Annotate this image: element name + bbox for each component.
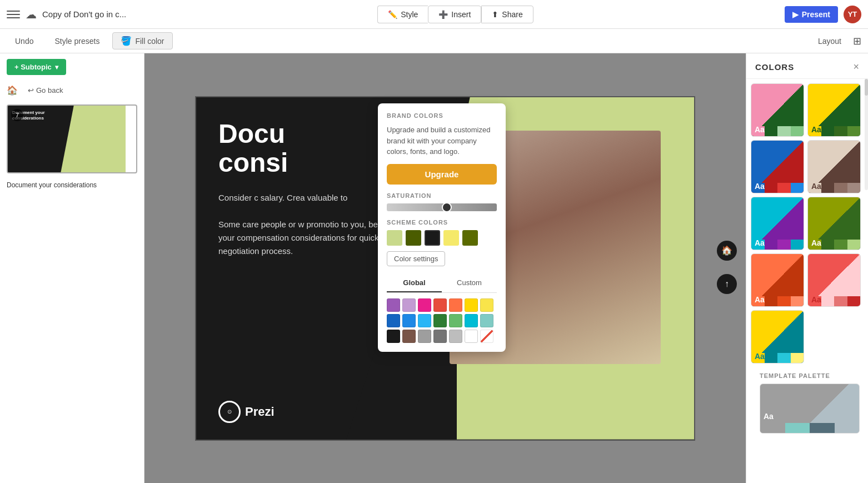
scheme-swatch-1[interactable] — [387, 230, 402, 246]
color-grid — [387, 298, 497, 343]
upgrade-button[interactable]: Upgrade — [387, 164, 497, 185]
color-swatch-transparent[interactable] — [480, 330, 493, 343]
right-sidebar: COLORS × — [746, 53, 868, 483]
present-button[interactable]: ▶ Present — [785, 6, 838, 23]
color-swatch[interactable] — [465, 298, 478, 312]
top-bar: ☁ Copy of Don't go in c... ✏️ Style ➕ In… — [0, 0, 868, 29]
colors-panel-title: COLORS — [755, 62, 794, 72]
scrollbar-track — [865, 79, 868, 190]
palette-aa-9: Aa — [755, 352, 765, 361]
scheme-swatch-3[interactable] — [425, 230, 440, 246]
color-swatch[interactable] — [433, 314, 447, 327]
color-swatch[interactable] — [402, 314, 416, 327]
canvas-area[interactable]: Docuconsi Consider c salary. Crea valuab… — [144, 53, 746, 483]
palette-card-9[interactable]: Aa — [751, 310, 804, 364]
tab-global[interactable]: Global — [387, 274, 442, 292]
palette-row-3: Aa Aa — [751, 197, 864, 250]
saturation-label: SATURATION — [387, 192, 497, 199]
color-palettes: Aa Aa — [746, 79, 868, 483]
palette-row-2: Aa Aa — [751, 140, 864, 193]
palette-card-2[interactable]: Aa — [807, 83, 861, 137]
close-colors-button[interactable]: × — [853, 61, 859, 73]
color-swatch[interactable] — [402, 298, 416, 312]
cloud-icon: ☁ — [26, 8, 37, 21]
color-swatch[interactable] — [402, 330, 416, 343]
home-button[interactable]: 🏠 — [7, 83, 18, 98]
color-swatch[interactable] — [418, 314, 431, 327]
color-swatch[interactable] — [387, 314, 400, 327]
fill-color-icon: 🪣 — [121, 36, 132, 46]
slide-thumbnail[interactable]: Document yourconsiderations 7 — [7, 104, 137, 173]
brand-upgrade-text: Upgrade and build a customized brand kit… — [387, 125, 497, 157]
palette-card-3[interactable]: Aa — [751, 140, 804, 193]
palette-card-7[interactable]: Aa — [751, 253, 804, 307]
style-presets-button[interactable]: Style presets — [46, 33, 108, 49]
palette-row-4: Aa Aa — [751, 253, 864, 307]
sidebar-nav: 🏠 ↩ Go back — [0, 81, 144, 100]
fill-color-button[interactable]: 🪣 Fill color — [112, 32, 172, 49]
palette-card-8[interactable]: Aa — [807, 253, 861, 307]
prezi-logo-circle: ⊙ — [218, 401, 241, 423]
left-sidebar: + Subtopic ▾ 🏠 ↩ Go back Document yourco… — [0, 53, 144, 483]
tab-custom[interactable]: Custom — [442, 274, 497, 292]
color-swatch[interactable] — [449, 298, 462, 312]
sidebar-top: + Subtopic ▾ — [0, 53, 144, 81]
go-back-button[interactable]: ↩ Go back — [22, 83, 68, 98]
color-row-3 — [387, 330, 497, 343]
template-palette-card[interactable]: Aa — [760, 384, 860, 434]
undo-button[interactable]: Undo — [7, 33, 42, 49]
color-swatch[interactable] — [480, 314, 493, 327]
top-bar-right: ▶ Present YT — [785, 6, 861, 23]
color-settings-button[interactable]: Color settings — [387, 251, 445, 266]
color-row-2 — [387, 314, 497, 327]
slide-thumb-image: Document yourconsiderations — [8, 106, 126, 172]
palette-card-1[interactable]: Aa — [751, 83, 804, 137]
canvas-nav-button[interactable]: ↑ — [717, 274, 737, 294]
color-swatch[interactable] — [449, 330, 462, 343]
palette-card-4[interactable]: Aa — [807, 140, 861, 193]
template-palette-title: TEMPLATE PALETTE — [760, 372, 855, 379]
layout-icon: ⊞ — [853, 35, 861, 47]
subtopic-button[interactable]: + Subtopic ▾ — [7, 59, 66, 75]
palette-aa-8: Aa — [811, 295, 821, 304]
palette-aa-6: Aa — [811, 238, 821, 247]
palette-aa-4: Aa — [811, 182, 821, 191]
avatar[interactable]: YT — [844, 6, 861, 23]
color-swatch[interactable] — [465, 314, 478, 327]
scrollbar-thumb[interactable] — [865, 79, 868, 96]
palette-card-5[interactable]: Aa — [751, 197, 804, 250]
palette-aa-2: Aa — [811, 125, 821, 134]
scheme-swatch-4[interactable] — [443, 230, 459, 246]
palette-card-6[interactable]: Aa — [807, 197, 861, 250]
color-swatch[interactable] — [387, 330, 400, 343]
scheme-swatch-5[interactable] — [462, 230, 478, 246]
color-popup: BRAND COLORS Upgrade and build a customi… — [378, 103, 506, 352]
color-swatch[interactable] — [433, 330, 447, 343]
insert-button[interactable]: ➕ Insert — [428, 6, 481, 23]
slide-label: Document your considerations — [0, 178, 144, 192]
color-swatch[interactable] — [465, 330, 478, 343]
document-title: Copy of Don't go in c... — [42, 9, 126, 19]
color-swatch[interactable] — [449, 314, 462, 327]
hamburger-menu[interactable] — [7, 8, 20, 21]
insert-icon: ➕ — [438, 10, 448, 19]
style-button[interactable]: ✏️ Style — [377, 6, 428, 23]
share-icon: ⬆ — [492, 10, 498, 19]
scheme-swatch-2[interactable] — [406, 230, 421, 246]
share-button[interactable]: ⬆ Share — [481, 6, 533, 23]
top-bar-left: ☁ Copy of Don't go in c... — [7, 8, 126, 21]
palette-aa-7: Aa — [755, 295, 765, 304]
layout-button[interactable]: Layout — [811, 33, 849, 49]
saturation-slider[interactable] — [387, 203, 497, 211]
canvas-home-button[interactable]: 🏠 — [717, 241, 737, 261]
color-swatch[interactable] — [480, 298, 493, 312]
color-swatch[interactable] — [418, 298, 431, 312]
color-swatch[interactable] — [387, 298, 400, 312]
palette-row-1: Aa Aa — [751, 83, 864, 137]
prezi-logo-text: Prezi — [245, 405, 275, 419]
color-swatch[interactable] — [433, 298, 447, 312]
scheme-colors-label: SCHEME COLORS — [387, 219, 497, 226]
go-back-icon: ↩ — [28, 86, 34, 94]
main-layout: + Subtopic ▾ 🏠 ↩ Go back Document yourco… — [0, 53, 868, 483]
color-swatch[interactable] — [418, 330, 431, 343]
